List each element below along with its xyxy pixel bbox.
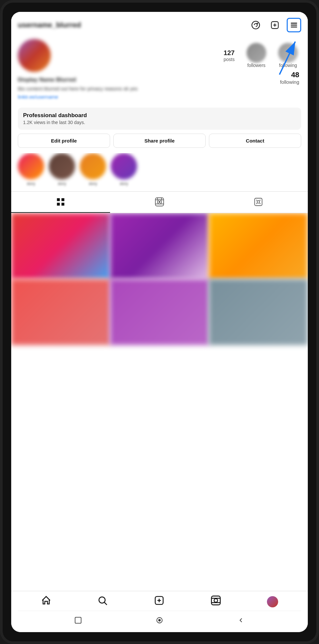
contact-button[interactable]: Contact [209,134,301,148]
svg-point-1 [257,23,258,24]
svg-rect-10 [57,198,60,201]
stories-row: story story story story [11,153,308,191]
followers-stat[interactable]: followers [246,43,266,68]
username: username_blurred [18,21,81,29]
story-label: story [58,181,66,186]
svg-point-34 [159,619,160,621]
android-home-button[interactable] [154,614,165,626]
bottom-nav [11,591,308,632]
nav-row [18,595,301,611]
nav-add-button[interactable] [154,595,164,608]
story-circle [111,153,137,179]
story-label: story [89,181,97,186]
story-item[interactable]: story [49,153,75,186]
story-circle [49,153,75,179]
professional-dashboard[interactable]: Professional dashboard 1.2K views in the… [18,108,301,130]
svg-point-22 [257,201,260,203]
grid-cell[interactable] [11,279,110,345]
grid-row [11,213,308,279]
profile-section: 127 posts followers following Display Na… [11,36,308,105]
posts-stat: 127 posts [224,49,235,62]
story-circle [80,153,106,179]
profile-stats-row: 127 posts followers following [18,39,301,72]
svg-rect-13 [62,203,65,206]
profile-name: Display Name Blurred [18,77,301,83]
android-nav [18,611,301,629]
grid-cell[interactable] [110,279,209,345]
nav-home-button[interactable] [41,595,51,608]
svg-rect-32 [75,617,81,623]
add-content-button[interactable] [268,18,282,32]
share-profile-button[interactable]: Share profile [113,134,206,148]
svg-rect-21 [255,198,262,206]
svg-rect-11 [62,198,65,201]
story-item[interactable]: story [80,153,106,186]
phone-screen: username_blurred [11,12,308,632]
content-tab-bar [11,191,308,213]
svg-rect-12 [57,203,60,206]
svg-point-29 [214,599,218,602]
following-label: following [279,63,297,68]
grid-row [11,279,308,345]
grid-cell[interactable] [209,279,308,345]
story-item[interactable]: story [18,153,44,186]
nav-search-button[interactable] [97,595,108,608]
svg-point-0 [252,21,259,29]
header: username_blurred [11,12,308,36]
story-label: story [120,181,128,186]
stats-area: 127 posts followers following [56,43,301,68]
profile-link[interactable]: linktr.ee/username [18,94,301,100]
photo-grid [11,213,308,591]
tab-reels[interactable] [110,192,209,213]
following-stat[interactable]: following [278,43,298,68]
action-buttons: Edit profile Share profile Contact [11,134,308,153]
phone-frame: username_blurred [0,0,319,644]
header-icons [248,18,301,32]
tab-grid[interactable] [11,192,110,213]
svg-line-24 [104,602,107,605]
svg-rect-28 [211,596,220,605]
menu-button[interactable] [287,18,301,32]
dashboard-title: Professional dashboard [23,112,296,119]
android-back-button[interactable] [235,614,247,626]
avatar [18,39,51,72]
nav-reels-button[interactable] [211,595,221,608]
svg-point-23 [99,597,105,603]
tab-tagged[interactable] [209,192,308,213]
svg-point-16 [159,201,160,203]
story-item[interactable]: story [111,153,137,186]
dashboard-subtitle: 1.2K views in the last 30 days. [23,120,296,125]
posts-count: 127 [224,49,235,57]
android-recents-button[interactable] [72,614,84,626]
grid-cell[interactable] [110,213,209,279]
story-label: story [27,181,35,186]
story-circle [18,153,44,179]
followers-label: followers [247,63,265,68]
grid-cell[interactable] [209,213,308,279]
profile-bio: Bio content blurred out here for privacy… [18,85,301,92]
edit-profile-button[interactable]: Edit profile [18,134,110,148]
grid-cell[interactable] [11,213,110,279]
nav-profile-avatar[interactable] [267,596,278,607]
posts-label: posts [224,57,235,62]
threads-button[interactable] [248,18,263,32]
